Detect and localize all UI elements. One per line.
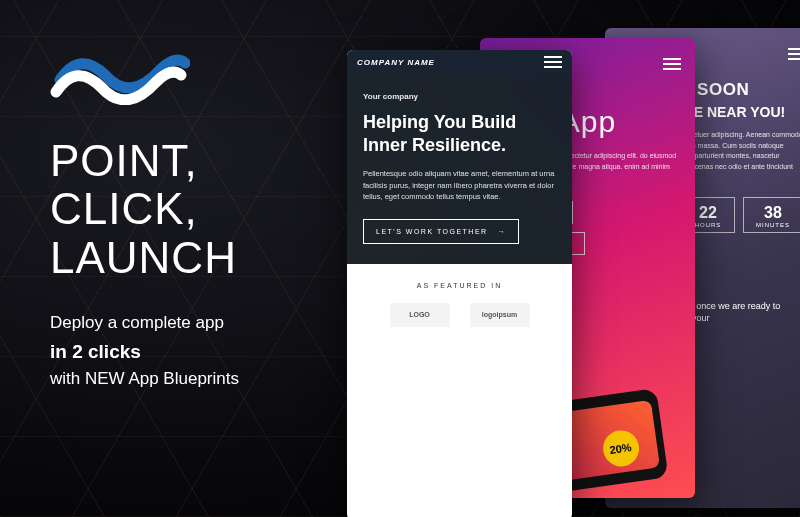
featured-logo-1: LOGO xyxy=(390,303,450,327)
cta-button[interactable]: LET'S WORK TOGETHER → xyxy=(363,219,519,244)
cta-label: LET'S WORK TOGETHER xyxy=(376,228,488,235)
headline-line-3: LAUNCH xyxy=(50,233,237,282)
company-name: COMPANY NAME xyxy=(357,58,435,67)
featured-label: AS FEATURED IN xyxy=(363,282,556,289)
countdown-hours-lbl: HOURS xyxy=(694,222,722,228)
featured-section: AS FEATURED IN LOGO logoipsum xyxy=(347,264,572,345)
countdown-minutes-num: 38 xyxy=(756,204,790,222)
sale-tag-2: 20% xyxy=(600,428,641,469)
headline: POINT, CLICK, LAUNCH xyxy=(50,137,310,282)
menu-icon[interactable] xyxy=(663,58,681,70)
sub-post: with NEW App Blueprints xyxy=(50,369,239,388)
brand-logo xyxy=(50,35,310,109)
countdown-minutes: 38 MINUTES xyxy=(743,197,800,233)
menu-icon[interactable] xyxy=(544,56,562,68)
countdown-minutes-lbl: MINUTES xyxy=(756,222,790,228)
featured-logos: LOGO logoipsum xyxy=(363,303,556,327)
sub-bold: in 2 clicks xyxy=(50,337,310,366)
sub-pre: Deploy a complete app xyxy=(50,313,224,332)
headline-line-1: POINT, xyxy=(50,136,198,185)
mockup1-hero: Your company Helping You Build Inner Res… xyxy=(347,74,572,264)
left-panel: POINT, CLICK, LAUNCH Deploy a complete a… xyxy=(0,0,340,517)
subheadline: Deploy a complete app in 2 clicks with N… xyxy=(50,310,310,392)
mockup-company: COMPANY NAME Your company Helping You Bu… xyxy=(347,50,572,517)
headline-line-2: CLICK, xyxy=(50,184,198,233)
featured-logo-2: logoipsum xyxy=(470,303,530,327)
mockup1-topbar: COMPANY NAME xyxy=(347,50,572,74)
container: POINT, CLICK, LAUNCH Deploy a complete a… xyxy=(0,0,800,517)
arrow-right-icon: → xyxy=(498,228,507,235)
hero-title: Helping You Build Inner Resilience. xyxy=(363,111,556,156)
countdown-hours-num: 22 xyxy=(694,204,722,222)
your-company-label: Your company xyxy=(363,92,556,101)
mockups-area: COMING SOON TO A STORE NEAR YOU! Lorem s… xyxy=(340,0,800,517)
menu-icon[interactable] xyxy=(788,48,800,60)
hero-lorem: Pellentesque odio aliquam vitae amet, el… xyxy=(363,168,556,203)
